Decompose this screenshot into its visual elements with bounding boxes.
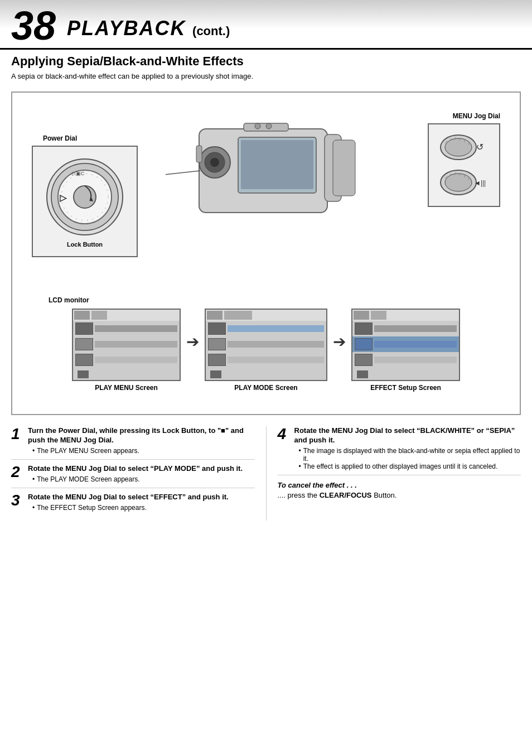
diagram-box: Power Dial ▷ ▷▣C [11, 92, 521, 415]
step-3-title: Rotate the MENU Jog Dial to select “EFFE… [28, 493, 255, 502]
play-mode-screen-block: PLAY MODE Screen [205, 309, 327, 392]
jog-dial-top-svg: ↺ [436, 132, 492, 163]
step-1-body: The PLAY MENU Screen appears. [28, 447, 255, 455]
step-2-title: Rotate the MENU Jog Dial to select “PLAY… [28, 464, 255, 474]
effect-setup-screen-block: EFFECT Setup Screen [351, 309, 460, 392]
camera-area: Power Dial ▷ ▷▣C [21, 101, 511, 291]
camera-illustration [166, 107, 366, 259]
step-1-bullet-1: The PLAY MENU Screen appears. [32, 447, 255, 455]
step-2-bullet-1: The PLAY MODE Screen appears. [32, 475, 255, 483]
step-1-number: 1 [11, 426, 23, 455]
step-1: 1 Turn the Power Dial, while pressing it… [11, 426, 255, 460]
page-description: A sepia or black-and-white effect can be… [0, 71, 532, 86]
cancel-body: .... press the CLEAR/FOCUS Button. [278, 491, 521, 499]
menu-jog-dial-label: MENU Jog Dial [453, 112, 500, 120]
step-1-content: Turn the Power Dial, while pressing its … [28, 426, 255, 455]
svg-text:↺: ↺ [476, 142, 483, 152]
step-3-content: Rotate the MENU Jog Dial to select “EFFE… [28, 493, 255, 512]
step-3-body: The EFFECT Setup Screen appears. [28, 504, 255, 512]
lock-button-label: Lock Button [67, 241, 103, 248]
svg-point-31 [445, 174, 472, 191]
svg-point-18 [255, 123, 260, 129]
page-header: 38 PLAYBACK (cont.) [0, 0, 532, 50]
step-4-title: Rotate the MENU Jog Dial to select “BLAC… [294, 426, 521, 445]
svg-text:▷▣C: ▷▣C [72, 171, 85, 176]
header-cont: (cont.) [192, 24, 230, 38]
steps-right-col: 4 Rotate the MENU Jog Dial to select “BL… [266, 426, 521, 521]
effect-setup-screen [351, 309, 460, 381]
page-number: 38 [11, 6, 56, 46]
step-3: 3 Rotate the MENU Jog Dial to select “EF… [11, 493, 255, 516]
cancel-button-name: CLEAR/FOCUS [320, 491, 372, 499]
cancel-title: To cancel the effect . . . [278, 481, 521, 489]
play-mode-screen [205, 309, 327, 381]
steps-left-col: 1 Turn the Power Dial, while pressing it… [11, 426, 266, 521]
effect-setup-screen-label: EFFECT Setup Screen [370, 384, 441, 392]
play-mode-screen-label: PLAY MODE Screen [234, 384, 297, 392]
play-menu-screen-block: PLAY MENU Screen [72, 309, 181, 392]
svg-rect-10 [241, 140, 313, 189]
power-dial-box: ▷ ▷▣C Lock Button [32, 146, 138, 257]
cancel-suffix: Button. [372, 491, 397, 499]
steps-section: 1 Turn the Power Dial, while pressing it… [0, 421, 532, 526]
step-4-number: 4 [278, 426, 290, 470]
step-2-content: Rotate the MENU Jog Dial to select “PLAY… [28, 464, 255, 483]
svg-text:◄|||: ◄||| [474, 179, 486, 187]
step-4-bullet-2: The effect is applied to other displayed… [299, 463, 521, 470]
svg-point-19 [266, 123, 272, 129]
step-2: 2 Rotate the MENU Jog Dial to select “PL… [11, 464, 255, 488]
screens-row: PLAY MENU Screen ➔ [21, 309, 511, 392]
step-3-number: 3 [11, 493, 23, 512]
jog-dial-box: ↺ ◄||| [428, 123, 500, 207]
svg-point-13 [210, 158, 219, 167]
svg-point-4 [74, 186, 96, 208]
step-4-bullet-1: The image is displayed with the black-an… [299, 447, 521, 463]
play-menu-screen-label: PLAY MENU Screen [95, 384, 158, 392]
step-2-number: 2 [11, 464, 23, 483]
lcd-monitor-label: LCD monitor [49, 296, 511, 304]
svg-text:▷: ▷ [60, 193, 67, 203]
step-3-bullet-1: The EFFECT Setup Screen appears. [32, 504, 255, 512]
arrow-1: ➔ [186, 333, 199, 351]
arrow-2: ➔ [333, 333, 346, 351]
svg-point-22 [445, 138, 472, 156]
step-1-title: Turn the Power Dial, while pressing its … [28, 426, 255, 445]
step-4-body: The image is displayed with the black-an… [294, 447, 521, 470]
camera-svg [166, 107, 366, 257]
cancel-section: To cancel the effect . . . .... press th… [278, 481, 521, 499]
play-menu-screen [72, 309, 181, 381]
cancel-prefix: .... press the [278, 491, 320, 499]
step-4-content: Rotate the MENU Jog Dial to select “BLAC… [294, 426, 521, 470]
svg-rect-17 [196, 146, 202, 162]
page-subtitle: Applying Sepia/Black-and-White Effects [0, 50, 532, 71]
step-4: 4 Rotate the MENU Jog Dial to select “BL… [278, 426, 521, 475]
step-2-body: The PLAY MODE Screen appears. [28, 475, 255, 483]
power-dial-svg: ▷ ▷▣C [43, 155, 127, 239]
svg-rect-16 [333, 140, 355, 196]
jog-dial-bottom-svg: ◄||| [436, 167, 492, 198]
svg-line-20 [166, 171, 200, 179]
header-title: PLAYBACK [67, 17, 186, 40]
power-dial-label: Power Dial [43, 134, 77, 142]
